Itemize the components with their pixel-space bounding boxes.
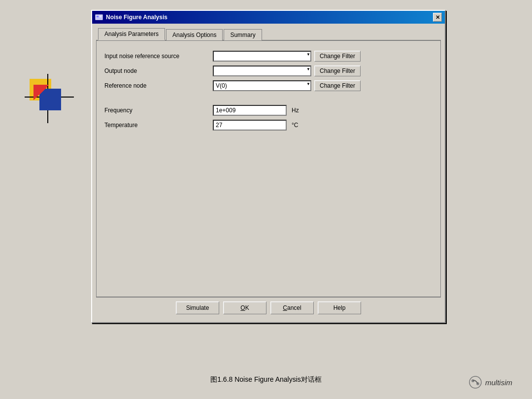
- input-noise-change-filter-button[interactable]: Change Filter: [314, 51, 361, 62]
- output-node-select[interactable]: [213, 66, 311, 76]
- temperature-controls: °C: [213, 120, 298, 131]
- output-node-row: Output node Change Filter: [104, 66, 432, 76]
- dialog-title: Noise Figure Analysis: [106, 14, 167, 21]
- button-bar: Simulate OOKK Cancel Help: [96, 297, 441, 318]
- frequency-controls: Hz: [213, 105, 299, 116]
- simulate-button[interactable]: Simulate: [176, 301, 219, 314]
- temperature-unit: °C: [292, 122, 298, 129]
- output-node-label: Output node: [104, 67, 213, 74]
- input-noise-select-wrapper: [213, 51, 311, 62]
- logo-red-shape: [33, 85, 49, 100]
- tab-summary[interactable]: Summary: [224, 29, 262, 40]
- svg-rect-1: [97, 16, 99, 17]
- tab-analysis-parameters[interactable]: Analysis Parameters: [98, 28, 165, 40]
- frequency-input[interactable]: [213, 105, 287, 116]
- ok-underline: O: [240, 304, 245, 311]
- input-noise-select[interactable]: [213, 51, 311, 62]
- tab-content: Input noise reference source Change Filt…: [96, 41, 441, 297]
- caption-text: 图1.6.8 Noise Figure Analysis对话框: [210, 375, 322, 383]
- output-node-select-wrapper: [213, 66, 311, 76]
- svg-point-4: [469, 376, 481, 388]
- dialog-icon: [95, 13, 103, 21]
- reference-node-row: Reference node V(0) Change Filter: [104, 80, 432, 91]
- tab-strip: Analysis Parameters Analysis Options Sum…: [96, 28, 441, 41]
- svg-rect-3: [100, 17, 101, 17]
- reference-node-select[interactable]: V(0): [213, 80, 311, 91]
- reference-node-controls: V(0) Change Filter: [213, 80, 361, 91]
- frequency-row: Frequency Hz: [104, 105, 432, 116]
- cancel-button[interactable]: Cancel: [270, 301, 314, 314]
- temperature-label: Temperature: [104, 122, 213, 129]
- title-bar-left: Noise Figure Analysis: [95, 13, 167, 21]
- cancel-underline: C: [283, 304, 287, 311]
- multisim-icon: [468, 375, 482, 389]
- input-noise-label: Input noise reference source: [104, 53, 213, 60]
- temperature-input[interactable]: [213, 120, 287, 131]
- reference-node-select-wrapper: V(0): [213, 80, 311, 91]
- dialog-body: Analysis Parameters Analysis Options Sum…: [92, 24, 445, 322]
- ok-button[interactable]: OOKK: [223, 301, 266, 314]
- background-logo: [30, 79, 89, 138]
- output-node-controls: Change Filter: [213, 66, 361, 76]
- help-button[interactable]: Help: [318, 301, 361, 314]
- reference-node-change-filter-button[interactable]: Change Filter: [314, 80, 361, 91]
- input-noise-controls: Change Filter: [213, 51, 361, 62]
- tab-analysis-options[interactable]: Analysis Options: [166, 29, 223, 40]
- output-node-change-filter-button[interactable]: Change Filter: [314, 66, 361, 76]
- frequency-label: Frequency: [104, 107, 213, 114]
- frequency-unit: Hz: [292, 107, 299, 114]
- reference-node-label: Reference node: [104, 82, 213, 89]
- multisim-brand: multisim: [468, 375, 512, 389]
- close-button[interactable]: ✕: [433, 13, 442, 22]
- title-bar: Noise Figure Analysis ✕: [92, 11, 445, 24]
- svg-rect-2: [100, 16, 101, 16]
- input-noise-row: Input noise reference source Change Filt…: [104, 51, 432, 62]
- noise-figure-analysis-dialog: Noise Figure Analysis ✕ Analysis Paramet…: [91, 10, 446, 323]
- multisim-label: multisim: [485, 378, 512, 387]
- caption: 图1.6.8 Noise Figure Analysis对话框: [0, 375, 532, 384]
- temperature-row: Temperature °C: [104, 120, 432, 131]
